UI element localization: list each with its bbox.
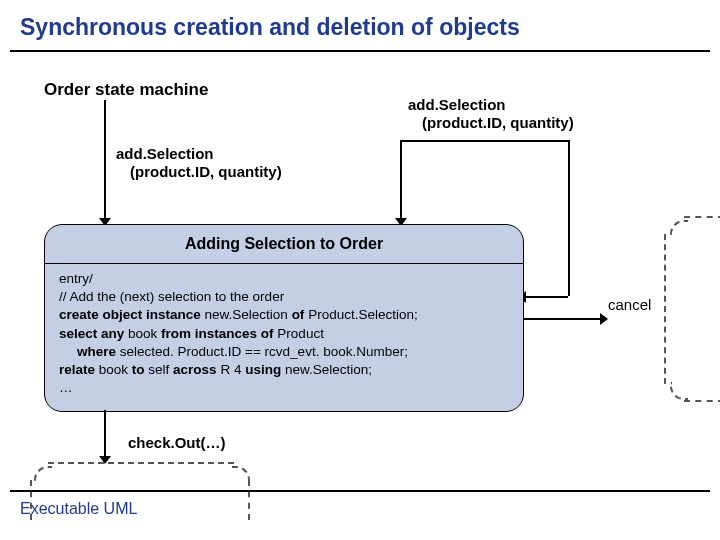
entry-line-4: relate book to self across R 4 using new…	[59, 361, 509, 379]
state-title-bar: Adding Selection to Order	[45, 225, 523, 264]
event-left-name: add.Selection	[116, 145, 214, 162]
footer-divider	[10, 490, 710, 492]
title-divider	[10, 50, 710, 52]
event-left-args: (product.ID, quantity)	[130, 163, 282, 180]
state-entry-action: entry/ // Add the (next) selection to th…	[45, 264, 523, 404]
event-left: add.Selection (product.ID, quantity)	[116, 145, 282, 181]
target-state-placeholder-right	[664, 216, 720, 402]
entry-comment: // Add the (next) selection to the order	[59, 288, 509, 306]
event-right-name: add.Selection	[408, 96, 506, 113]
entry-line-2: select any book from instances of Produc…	[59, 325, 509, 343]
entry-ellipsis: …	[59, 379, 509, 397]
state-name: Adding Selection to Order	[185, 235, 383, 253]
cancel-transition-head	[600, 313, 608, 325]
diagram-subtitle: Order state machine	[44, 80, 208, 100]
checkout-event-label: check.Out(…)	[128, 434, 226, 451]
cancel-event-label: cancel	[608, 296, 651, 313]
state-adding-selection: Adding Selection to Order entry/ // Add …	[44, 224, 524, 412]
entry-line-1: create object instance new.Selection of …	[59, 306, 509, 324]
event-right-args: (product.ID, quantity)	[422, 114, 574, 131]
entry-line-3: where selected. Product.ID == rcvd_evt. …	[59, 343, 509, 361]
footer-text: Executable UML	[20, 500, 137, 518]
entry-keyword: entry/	[59, 270, 509, 288]
slide: Synchronous creation and deletion of obj…	[0, 0, 720, 540]
incoming-arrow-shaft	[104, 100, 106, 224]
cancel-transition-shaft	[524, 318, 604, 320]
event-right: add.Selection (product.ID, quantity)	[408, 96, 574, 132]
checkout-transition-shaft	[104, 410, 106, 458]
page-title: Synchronous creation and deletion of obj…	[20, 14, 520, 41]
